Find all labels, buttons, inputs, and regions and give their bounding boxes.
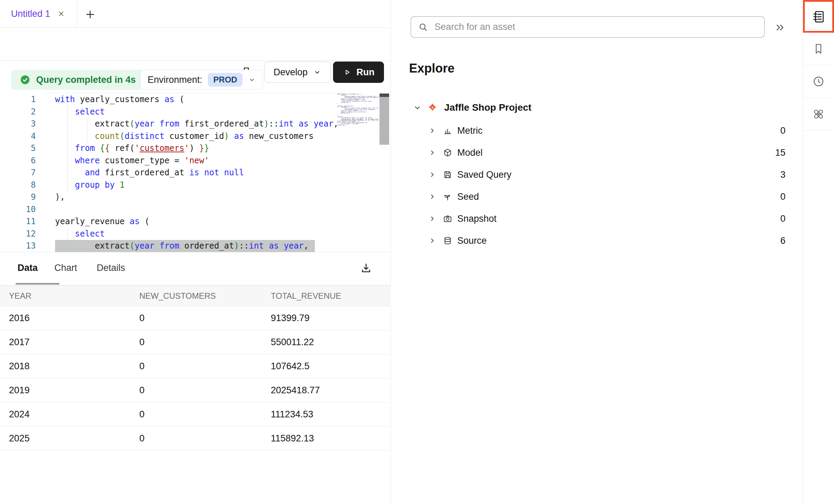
results-table-head-row: YEARNEW_CUSTOMERSTOTAL_REVENUE [0, 286, 391, 306]
line-number: 7 [0, 167, 36, 179]
chevron-right-icon[interactable] [428, 148, 437, 157]
line-number: 11 [0, 216, 36, 228]
code-line[interactable]: yearly_revenue as ( [55, 216, 336, 228]
rail-button-bookmark[interactable] [803, 33, 834, 65]
line-number: 6 [0, 155, 36, 167]
table-row[interactable]: 20180107642.5 [0, 354, 391, 379]
tree-item-saved-query[interactable]: Saved Query3 [428, 164, 785, 186]
tab-details[interactable]: Details [97, 263, 125, 273]
table-row[interactable]: 20170550011.22 [0, 330, 391, 354]
table-row[interactable]: 2016091399.79 [0, 306, 391, 330]
results-table-body: 2016091399.7920170550011.2220180107642.5… [0, 306, 391, 451]
query-status-text: Query completed in 4s [36, 75, 136, 85]
table-cell: 2025 [0, 427, 130, 451]
right-rail [803, 0, 834, 504]
code-line[interactable] [55, 204, 336, 216]
code-line[interactable]: and first_ordered_at is not null [55, 167, 336, 179]
code-line[interactable]: ), [55, 191, 336, 204]
tab-chart[interactable]: Chart [54, 263, 77, 273]
tree-item-count: 15 [775, 147, 785, 158]
table-cell: 2024 [0, 403, 130, 427]
code-line[interactable]: extract(year from first_ordered_at)::int… [55, 118, 336, 130]
tab-label: Untitled 1 [11, 9, 50, 19]
sql-editor[interactable]: 12345678910111213 with yearly_customers … [0, 93, 391, 252]
table-cell: 111234.53 [262, 403, 391, 427]
chevron-down-icon[interactable] [413, 103, 422, 112]
tree-item-seed[interactable]: Seed0 [428, 186, 785, 208]
column-header: NEW_CUSTOMERS [130, 286, 262, 306]
collapse-panel-icon[interactable] [772, 20, 788, 35]
new-tab-button[interactable] [83, 8, 97, 21]
asset-search[interactable] [410, 16, 765, 38]
tree-item-model[interactable]: Model15 [428, 142, 785, 164]
rail-button-dbt-assist[interactable] [803, 98, 834, 131]
environment-selector[interactable]: Environment: PROD [140, 70, 263, 90]
column-header: YEAR [0, 286, 130, 306]
code-line[interactable]: with yearly_customers as ( [55, 94, 336, 106]
tree-item-metric[interactable]: Metric0 [428, 120, 785, 142]
saved-query-icon [443, 170, 452, 179]
environment-value-badge: PROD [208, 73, 243, 87]
editor-minimap[interactable]: with yearly_customers as ( select extrac… [337, 94, 378, 251]
code-line[interactable]: select [55, 106, 336, 118]
code-area[interactable]: with yearly_customers as ( select extrac… [55, 94, 336, 252]
chevron-right-icon[interactable] [428, 214, 437, 223]
table-cell: 0 [130, 379, 262, 403]
line-number: 10 [0, 204, 36, 216]
table-cell: 91399.79 [262, 306, 391, 330]
chevron-right-icon[interactable] [428, 126, 437, 135]
rail-button-history[interactable] [803, 65, 834, 98]
selected-text: extract(year from ordered_at)::int as ye… [55, 240, 315, 252]
dbt-assist-icon [812, 108, 825, 121]
chevron-down-icon [248, 76, 256, 84]
tree-item-label: Metric [457, 125, 483, 136]
table-cell: 107642.5 [262, 354, 391, 379]
scrollbar-viewport-marker [379, 94, 389, 97]
results-tab-bar: Data Chart Details [0, 252, 391, 285]
code-line[interactable]: select [55, 228, 336, 240]
code-line[interactable]: group by 1 [55, 179, 336, 191]
table-row[interactable]: 20250115892.13 [0, 427, 391, 451]
editor-gutter: 12345678910111213 [0, 94, 36, 252]
table-cell: 0 [130, 427, 262, 451]
scrollbar-thumb[interactable] [379, 97, 389, 145]
code-line[interactable]: extract(year from ordered_at)::int as ye… [55, 240, 336, 252]
rail-button-catalog[interactable] [803, 0, 834, 33]
results-table: YEARNEW_CUSTOMERSTOTAL_REVENUE 201609139… [0, 285, 391, 451]
tree-item-snapshot[interactable]: Snapshot0 [428, 208, 785, 230]
chevron-right-icon[interactable] [428, 236, 437, 245]
editor-scrollbar[interactable] [379, 93, 389, 252]
project-row[interactable]: Jaffle Shop Project [413, 100, 532, 116]
project-name: Jaffle Shop Project [444, 102, 532, 113]
search-icon [418, 22, 428, 32]
code-line[interactable]: where customer_type = 'new' [55, 155, 336, 167]
table-cell: 2018 [0, 354, 130, 379]
code-line[interactable]: count(distinct customer_id) as new_custo… [55, 130, 336, 143]
search-input[interactable] [434, 21, 757, 33]
source-icon [443, 236, 452, 245]
catalog-icon [812, 10, 825, 23]
table-row[interactable]: 20240111234.53 [0, 403, 391, 427]
active-tab-underline [15, 283, 60, 285]
table-cell: 0 [130, 330, 262, 354]
tree-item-source[interactable]: Source6 [428, 230, 785, 252]
close-icon[interactable] [56, 9, 66, 19]
line-number: 12 [0, 228, 36, 240]
tab-untitled-1[interactable]: Untitled 1 [0, 0, 77, 28]
minimap-code: with yearly_customers as ( select extrac… [337, 94, 378, 125]
table-row[interactable]: 201902025418.77 [0, 379, 391, 403]
tab-bar: Untitled 1 [0, 0, 391, 28]
table-cell: 115892.13 [262, 427, 391, 451]
chevron-right-icon[interactable] [428, 192, 437, 201]
tree-item-count: 6 [780, 235, 785, 246]
chevron-right-icon[interactable] [428, 170, 437, 179]
line-number: 3 [0, 118, 36, 130]
download-icon[interactable] [359, 261, 373, 276]
code-line[interactable]: from {{ ref('customers') }} [55, 142, 336, 155]
table-cell: 2017 [0, 330, 130, 354]
check-circle-icon [19, 74, 31, 86]
tab-data[interactable]: Data [18, 263, 38, 273]
line-number: 4 [0, 130, 36, 143]
tree-item-count: 0 [780, 191, 785, 202]
tree-item-count: 0 [780, 125, 785, 136]
